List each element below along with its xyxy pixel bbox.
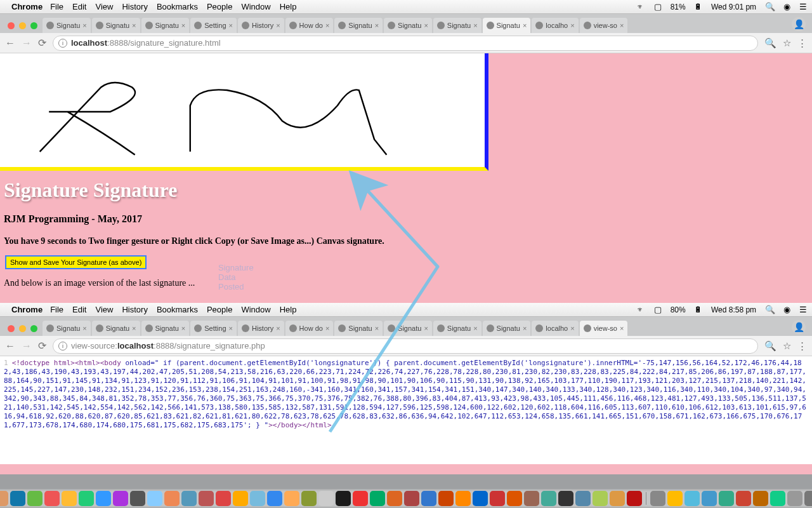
dock-app-icon[interactable] — [79, 491, 94, 506]
fullscreen-window-icon[interactable] — [30, 325, 37, 332]
dock-app-icon[interactable] — [301, 491, 317, 506]
close-tab-icon[interactable]: × — [523, 324, 527, 332]
menu-window[interactable]: Window — [241, 2, 270, 11]
siri-icon[interactable]: ◉ — [783, 2, 790, 11]
dock-app-icon[interactable] — [318, 491, 334, 506]
zoom-icon[interactable]: 🔍 — [764, 37, 776, 49]
clock[interactable]: Wed 9:01 pm — [711, 3, 756, 11]
browser-tab[interactable]: History× — [238, 18, 284, 33]
browser-tab[interactable]: Signatu× — [433, 321, 481, 336]
close-tab-icon[interactable]: × — [132, 324, 136, 332]
browser-tab[interactable]: Signatu× — [433, 18, 481, 33]
dock-app-icon[interactable] — [627, 491, 642, 506]
close-tab-icon[interactable]: × — [181, 22, 185, 29]
browser-tab[interactable]: How do× — [285, 18, 334, 33]
menu-help[interactable]: Help — [280, 305, 297, 314]
dock-app-icon[interactable] — [199, 491, 214, 506]
browser-tab[interactable]: view-so× — [580, 18, 628, 33]
browser-tab[interactable]: Signatu× — [92, 18, 140, 33]
browser-tab[interactable]: Signatu× — [384, 18, 432, 33]
bookmark-star-icon[interactable]: ☆ — [783, 340, 791, 352]
close-tab-icon[interactable]: × — [132, 22, 136, 29]
profile-avatar-icon[interactable]: 👤 — [792, 17, 806, 31]
dock-app-icon[interactable] — [216, 491, 231, 506]
dock-app-icon[interactable] — [490, 491, 505, 506]
menu-history[interactable]: History — [122, 305, 147, 314]
browser-tab[interactable]: Signatu× — [43, 321, 91, 336]
address-bar[interactable]: i localhost:8888/signature_signature.htm… — [53, 36, 758, 51]
menu-people[interactable]: People — [207, 305, 232, 314]
dock-app-icon[interactable] — [44, 491, 60, 506]
signature-canvas[interactable] — [0, 53, 488, 171]
dock-app-icon[interactable] — [575, 491, 591, 506]
dock-app-icon[interactable] — [164, 491, 180, 506]
dock-app-icon[interactable] — [667, 491, 683, 506]
dock-app-icon[interactable] — [62, 491, 77, 506]
fullscreen-window-icon[interactable] — [30, 22, 37, 29]
browser-tab[interactable]: view-so× — [580, 321, 628, 336]
menu-window[interactable]: Window — [241, 305, 270, 314]
browser-tab[interactable]: How do× — [285, 321, 334, 336]
menu-view[interactable]: View — [95, 2, 113, 11]
menu-history[interactable]: History — [122, 2, 147, 11]
reload-button[interactable]: ⟳ — [38, 340, 46, 352]
browser-tab[interactable]: Signatu× — [141, 18, 190, 33]
menu-help[interactable]: Help — [280, 2, 297, 11]
dock-app-icon[interactable] — [147, 491, 162, 506]
dock-app-icon[interactable] — [250, 491, 265, 506]
close-tab-icon[interactable]: × — [570, 324, 574, 332]
dock-app-icon[interactable] — [336, 491, 351, 506]
close-tab-icon[interactable]: × — [523, 22, 527, 29]
menu-edit[interactable]: Edit — [72, 305, 86, 314]
close-tab-icon[interactable]: × — [181, 324, 185, 332]
close-tab-icon[interactable]: × — [229, 22, 233, 29]
view-source-content[interactable]: 1<!doctype html><html><body onload=" if … — [0, 356, 812, 464]
dock-app-icon[interactable] — [736, 491, 751, 506]
close-tab-icon[interactable]: × — [325, 324, 329, 332]
zoom-icon[interactable]: 🔍 — [764, 340, 776, 352]
close-tab-icon[interactable]: × — [82, 22, 86, 29]
dock-app-icon[interactable] — [387, 491, 402, 506]
dock-app-icon[interactable] — [0, 491, 8, 506]
menu-people[interactable]: People — [207, 2, 232, 11]
close-tab-icon[interactable]: × — [620, 324, 624, 332]
dock-app-icon[interactable] — [770, 491, 785, 506]
dock-app-icon[interactable] — [719, 491, 734, 506]
dock-app-icon[interactable] — [541, 491, 556, 506]
dock-app-icon[interactable] — [96, 491, 111, 506]
notification-center-icon[interactable]: ☰ — [799, 2, 807, 11]
chrome-menu-icon[interactable]: ⋮ — [797, 37, 807, 49]
site-info-icon[interactable]: i — [58, 39, 67, 48]
dock-app-icon[interactable] — [650, 491, 665, 506]
dock-app-icon[interactable] — [421, 491, 436, 506]
close-window-icon[interactable] — [8, 22, 15, 29]
browser-tab[interactable]: localho× — [532, 18, 578, 33]
browser-tab[interactable]: Signatu× — [43, 18, 91, 33]
back-button[interactable]: ← — [5, 37, 15, 49]
dock-app-icon[interactable] — [181, 491, 197, 506]
bookmark-star-icon[interactable]: ☆ — [783, 37, 791, 49]
dock-app-icon[interactable] — [593, 491, 608, 506]
close-tab-icon[interactable]: × — [82, 324, 86, 332]
dock-app-icon[interactable] — [558, 491, 573, 506]
dock-app-icon[interactable] — [438, 491, 454, 506]
browser-tab[interactable]: Signatu× — [334, 321, 383, 336]
address-bar[interactable]: i view-source:localhost:8888/signature_s… — [53, 338, 758, 354]
airplay-icon[interactable]: ▢ — [654, 2, 662, 11]
dock-app-icon[interactable] — [702, 491, 717, 506]
spotlight-icon[interactable]: 🔍 — [765, 305, 775, 314]
close-tab-icon[interactable]: × — [229, 324, 233, 332]
dock-app-icon[interactable] — [113, 491, 128, 506]
close-tab-icon[interactable]: × — [424, 22, 428, 29]
browser-tab[interactable]: Setting× — [190, 321, 237, 336]
close-tab-icon[interactable]: × — [276, 22, 280, 29]
profile-avatar-icon[interactable]: 👤 — [792, 320, 806, 334]
browser-tab[interactable]: Signatu× — [334, 18, 383, 33]
browser-tab[interactable]: localho× — [532, 321, 578, 336]
close-tab-icon[interactable]: × — [570, 22, 574, 29]
dock-app-icon[interactable] — [353, 491, 368, 506]
clock[interactable]: Wed 8:58 pm — [711, 305, 756, 314]
dock-app-icon[interactable] — [233, 491, 248, 506]
dock-app-icon[interactable] — [684, 491, 700, 506]
browser-tab[interactable]: Signatu× — [483, 321, 531, 336]
